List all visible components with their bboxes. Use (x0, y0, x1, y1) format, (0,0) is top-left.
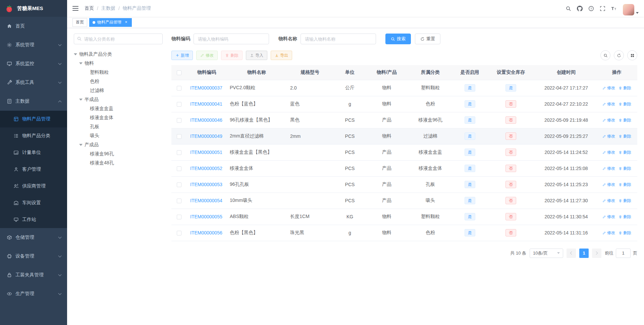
tree-node[interactable]: 移液盒盒体 (74, 113, 163, 122)
edit-row-button[interactable]: 修改 (602, 85, 615, 91)
edit-row-button[interactable]: 修改 (602, 133, 615, 139)
edit-row-button[interactable]: 修改 (602, 117, 615, 123)
edit-row-button[interactable]: 修改 (602, 101, 615, 107)
breadcrumb-item[interactable]: 首页 (85, 5, 94, 11)
row-checkbox[interactable] (177, 86, 181, 91)
prev-page-button[interactable] (567, 249, 576, 258)
edit-row-button[interactable]: 修改 (602, 182, 615, 187)
navbar-fullscreen-button[interactable] (597, 0, 608, 17)
row-checkbox[interactable] (177, 134, 181, 139)
item-code-link[interactable]: ITEM00000051 (190, 150, 222, 155)
material-name-input[interactable] (301, 34, 376, 44)
tree-node[interactable]: 半成品 (74, 95, 163, 104)
tree-node[interactable]: 色粉 (74, 77, 163, 86)
tree-node[interactable]: 塑料颗粒 (74, 68, 163, 77)
tree-node[interactable]: 移液盒盒盖 (74, 104, 163, 113)
sidebar-item-supplier-mgmt[interactable]: 供应商管理 (0, 178, 67, 195)
column-settings-button[interactable] (627, 50, 637, 60)
tree-node[interactable]: 物料及产品分类 (74, 50, 163, 59)
delete-row-button[interactable]: 删除 (619, 198, 631, 204)
item-code-link[interactable]: ITEM00000049 (190, 133, 222, 139)
export-button[interactable]: 导出 (271, 51, 292, 60)
sidebar-item-material-product-mgmt[interactable]: 物料产品管理 (0, 111, 67, 127)
item-code-link[interactable]: ITEM00000037 (190, 85, 222, 91)
edit-row-button[interactable]: 修改 (602, 214, 615, 220)
category-search-input[interactable] (74, 34, 163, 44)
delete-row-button[interactable]: 删除 (619, 85, 631, 91)
search-button[interactable]: 搜索 (385, 34, 411, 44)
tree-node[interactable]: 移液盒96孔 (74, 149, 163, 158)
tree-node[interactable]: 移液盒48孔 (74, 158, 163, 167)
sidebar-item-production[interactable]: 生产管理 (0, 284, 67, 303)
caret-icon[interactable] (79, 62, 83, 64)
sidebar-item-material-product-category[interactable]: 物料产品分类 (0, 127, 67, 144)
tree-node[interactable]: 产成品 (74, 140, 163, 149)
import-button[interactable]: 导入 (246, 51, 267, 60)
item-code-link[interactable]: ITEM00000046 (190, 117, 222, 123)
sidebar-item-workshop-settings[interactable]: 车间设置 (0, 195, 67, 211)
sidebar-item-fixtures[interactable]: 工装夹具管理 (0, 266, 67, 284)
delete-row-button[interactable]: 删除 (619, 166, 631, 171)
navbar-font-size-button[interactable]: TT (608, 0, 620, 17)
add-button[interactable]: 新增 (171, 51, 193, 60)
edit-row-button[interactable]: 修改 (602, 198, 615, 204)
row-checkbox[interactable] (177, 182, 181, 187)
app-logo[interactable]: 苦糖果MES (0, 0, 67, 17)
item-code-link[interactable]: ITEM00000054 (190, 198, 222, 203)
item-code-link[interactable]: ITEM00000056 (190, 230, 222, 235)
tab-material-product-mgmt[interactable]: 物料产品管理× (89, 18, 132, 27)
edit-row-button[interactable]: 修改 (602, 150, 615, 155)
breadcrumb-item[interactable]: 主数据 (101, 5, 115, 11)
row-checkbox[interactable] (177, 166, 181, 171)
delete-row-button[interactable]: 删除 (619, 133, 631, 139)
user-menu[interactable] (623, 1, 639, 15)
delete-row-button[interactable]: 删除 (619, 101, 631, 107)
item-code-link[interactable]: ITEM00000052 (190, 166, 222, 171)
edit-button[interactable]: 修改 (196, 51, 218, 60)
close-icon[interactable]: × (124, 20, 128, 25)
delete-button[interactable]: 删除 (221, 51, 243, 60)
delete-row-button[interactable]: 删除 (619, 150, 631, 155)
caret-icon[interactable] (79, 99, 83, 101)
tree-node[interactable]: 物料 (74, 59, 163, 68)
delete-row-button[interactable]: 删除 (619, 214, 631, 220)
navbar-search-button[interactable] (562, 0, 574, 17)
delete-row-button[interactable]: 删除 (619, 117, 631, 123)
page-size-select[interactable]: 10条/页 (530, 249, 563, 258)
delete-row-button[interactable]: 删除 (619, 182, 631, 187)
caret-icon[interactable] (79, 144, 83, 146)
sidebar-item-customer-mgmt[interactable]: 客户管理 (0, 161, 67, 178)
tree-node[interactable]: 吸头 (74, 131, 163, 140)
sidebar-item-system-admin[interactable]: 系统管理 (0, 36, 67, 54)
sidebar-item-system-tools[interactable]: 系统工具 (0, 73, 67, 92)
caret-icon[interactable] (74, 53, 77, 55)
goto-page-input[interactable] (616, 249, 631, 258)
delete-row-button[interactable]: 删除 (619, 230, 631, 236)
material-code-input[interactable] (194, 34, 269, 44)
sidebar-item-measure-unit[interactable]: 计量单位 (0, 144, 67, 161)
item-code-link[interactable]: ITEM00000041 (190, 101, 222, 107)
tab-home[interactable]: 首页 (72, 18, 87, 27)
row-checkbox[interactable] (177, 215, 181, 219)
next-page-button[interactable] (592, 249, 601, 258)
row-checkbox[interactable] (177, 102, 181, 107)
row-checkbox[interactable] (177, 118, 181, 123)
item-code-link[interactable]: ITEM00000053 (190, 182, 222, 187)
toggle-search-button[interactable] (600, 50, 610, 60)
sidebar-item-workstation[interactable]: 工作站 (0, 211, 67, 228)
sidebar-item-warehouse[interactable]: 仓储管理 (0, 228, 67, 247)
navbar-github-button[interactable] (574, 0, 585, 17)
row-checkbox[interactable] (177, 199, 181, 203)
sidebar-item-master-data[interactable]: 主数据 (0, 92, 67, 111)
sidebar-item-equipment[interactable]: 设备管理 (0, 247, 67, 266)
hamburger-icon[interactable] (72, 6, 78, 11)
refresh-table-button[interactable] (614, 50, 624, 60)
avatar[interactable] (623, 4, 634, 15)
page-1-button[interactable]: 1 (579, 249, 589, 258)
select-all-checkbox[interactable] (177, 70, 181, 75)
row-checkbox[interactable] (177, 231, 181, 235)
edit-row-button[interactable]: 修改 (602, 166, 615, 171)
sidebar-item-home[interactable]: 首页 (0, 17, 67, 36)
tree-node[interactable]: 过滤棉 (74, 86, 163, 95)
navbar-help-button[interactable]: ? (585, 0, 597, 17)
